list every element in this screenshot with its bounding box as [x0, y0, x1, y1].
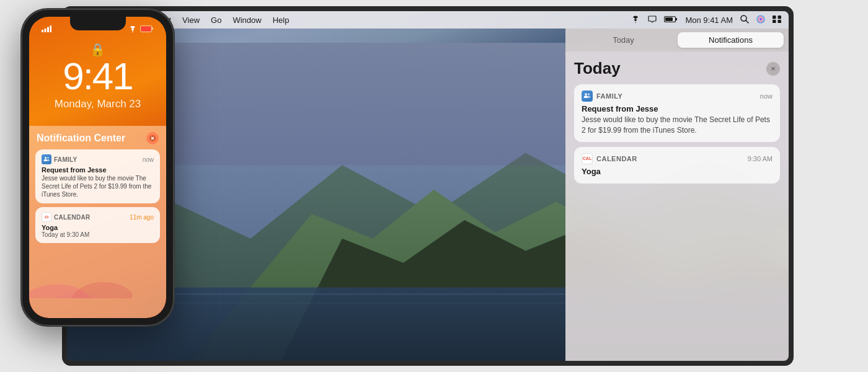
wifi-icon[interactable]	[631, 15, 640, 25]
notif-tabs: Today Notifications	[565, 29, 789, 51]
go-menu-item[interactable]: Go	[211, 16, 221, 25]
iphone-notification-center: Notification Center	[29, 126, 166, 318]
iphone-calendar-event-title: Yoga	[42, 224, 154, 231]
view-menu-item[interactable]: View	[182, 16, 200, 25]
svg-line-12	[746, 20, 748, 23]
svg-point-21	[588, 94, 590, 95]
calendar-app-icon: CAL	[582, 153, 593, 164]
notif-content: Today ×	[565, 51, 789, 196]
iphone-calendar-app-name: CALENDAR	[54, 214, 91, 221]
notif-app-info-family: FAMILY	[582, 91, 622, 102]
svg-rect-28	[152, 27, 154, 30]
iphone-time: 9:41	[29, 57, 166, 95]
svg-point-37	[38, 294, 122, 299]
svg-rect-25	[50, 25, 52, 32]
notif-card-header-family: FAMILY now	[582, 91, 773, 102]
svg-point-20	[585, 93, 587, 95]
iphone-body: 🔒 9:41 Monday, March 23 Notification Cen…	[22, 9, 174, 326]
iphone-cal-app-info: 23 CALENDAR	[42, 212, 91, 222]
iphone-notif-card-header-family: FAMILY now	[42, 154, 154, 164]
svg-rect-22	[42, 30, 43, 32]
control-center-icon[interactable]	[773, 15, 781, 25]
iphone-cal-card-header: 23 CALENDAR 11m ago	[42, 212, 154, 222]
search-icon[interactable]	[740, 15, 749, 25]
calendar-app-name: CALENDAR	[596, 155, 637, 162]
macbook-screen: 🍎 Finder File Edit View Go Window Help	[67, 11, 789, 361]
iphone-calendar-notif-time: 11m ago	[130, 214, 154, 221]
menubar-right: Mon 9:41 AM	[631, 15, 781, 25]
svg-point-33	[45, 157, 46, 159]
iphone-family-notif-title: Request from Jesse	[42, 166, 154, 174]
svg-rect-16	[773, 16, 776, 19]
menubar-time: Mon 9:41 AM	[685, 16, 733, 25]
help-menu-item[interactable]: Help	[273, 16, 290, 25]
menubar: 🍎 Finder File Edit View Go Window Help	[67, 11, 789, 29]
iphone-calendar-event-detail: Today at 9:30 AM	[42, 231, 154, 238]
svg-point-36	[71, 282, 132, 298]
iphone-family-time: now	[143, 156, 154, 163]
family-app-name: FAMILY	[596, 92, 622, 100]
iphone-right-status-icons	[129, 25, 154, 32]
window-menu-item[interactable]: Window	[232, 16, 261, 25]
iphone-device: 🔒 9:41 Monday, March 23 Notification Cen…	[22, 9, 174, 326]
iphone-family-notif-body: Jesse would like to buy the movie The Se…	[42, 174, 154, 198]
svg-rect-10	[665, 17, 673, 21]
iphone-family-app-icon	[42, 154, 51, 164]
iphone-screen: 🔒 9:41 Monday, March 23 Notification Cen…	[29, 17, 166, 318]
iphone-time-display: 🔒 9:41 Monday, March 23	[29, 32, 166, 110]
iphone-family-app-info: FAMILY	[42, 154, 78, 164]
battery-icon	[664, 15, 678, 25]
iphone-notif-card-family[interactable]: FAMILY now Request from Jesse Jesse woul…	[35, 149, 160, 203]
iphone-calendar-app-icon: 23	[42, 212, 51, 222]
iphone-notif-center-header: Notification Center	[35, 132, 160, 144]
family-notif-title: Request from Jesse	[582, 104, 773, 113]
iphone-notif-close-button[interactable]	[146, 132, 159, 144]
svg-rect-17	[778, 16, 782, 19]
notif-section-header: Today ×	[574, 59, 780, 78]
svg-rect-19	[778, 20, 782, 23]
svg-rect-23	[45, 29, 46, 32]
svg-point-34	[47, 157, 48, 158]
iphone-notch	[70, 17, 126, 30]
tab-notifications[interactable]: Notifications	[678, 32, 784, 48]
svg-point-15	[760, 18, 762, 20]
notif-clear-button[interactable]: ×	[766, 62, 780, 76]
notif-card-family[interactable]: FAMILY now Request from Jesse Jesse woul…	[574, 84, 780, 142]
iphone-notif-card-calendar[interactable]: 23 CALENDAR 11m ago Yoga Today at 9:30 A…	[35, 207, 160, 243]
notif-app-info-calendar: CAL CALENDAR	[582, 153, 637, 164]
iphone-signal-icons	[42, 25, 51, 32]
svg-point-35	[29, 285, 94, 299]
calendar-notif-time: 9:30 AM	[748, 155, 773, 162]
svg-rect-18	[773, 20, 776, 23]
iphone-family-app-name: FAMILY	[54, 156, 78, 163]
svg-rect-29	[141, 27, 151, 32]
iphone-notif-center-title: Notification Center	[37, 133, 125, 144]
tab-today[interactable]: Today	[570, 32, 676, 48]
svg-point-26	[132, 31, 133, 32]
siri-icon[interactable]	[756, 15, 765, 25]
notif-today-title: Today	[574, 59, 621, 78]
family-notif-time: now	[760, 92, 773, 100]
family-notif-body: Jesse would like to buy the movie The Se…	[582, 115, 773, 136]
family-app-icon	[582, 91, 593, 102]
notif-card-calendar[interactable]: CAL CALENDAR 9:30 AM Yoga	[574, 147, 780, 184]
svg-rect-9	[676, 18, 678, 20]
calendar-notif-title: Yoga	[582, 167, 773, 176]
iphone-date: Monday, March 23	[29, 98, 166, 110]
airplay-icon[interactable]	[648, 15, 657, 25]
svg-rect-24	[47, 27, 49, 33]
notif-card-header-calendar: CAL CALENDAR 9:30 AM	[582, 153, 773, 164]
notification-panel: Today Notifications Today ×	[565, 29, 789, 361]
